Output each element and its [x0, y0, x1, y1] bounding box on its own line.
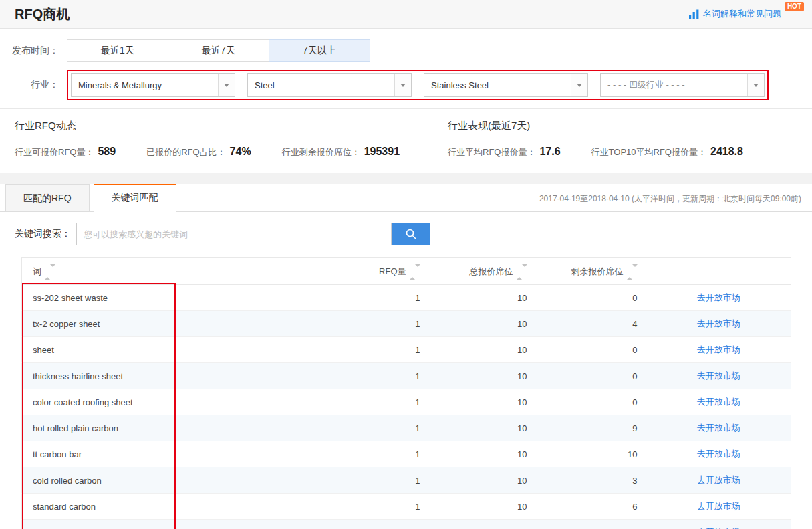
table-header-remaining-seats[interactable]: 剩余报价席位 — [537, 258, 647, 285]
table-header-keyword[interactable]: 词 — [22, 258, 303, 285]
go-to-open-market-link[interactable]: 去开放市场 — [697, 397, 740, 407]
remaining-seats-cell: 6 — [537, 494, 647, 520]
table-row: sheet 1 10 0 去开放市场 — [22, 337, 791, 363]
search-button[interactable] — [392, 223, 430, 245]
go-to-open-market-link[interactable]: 去开放市场 — [697, 501, 740, 511]
table-row: tt carbon bar 1 10 10 去开放市场 — [22, 441, 791, 467]
chevron-down-icon[interactable] — [747, 74, 764, 96]
go-to-open-market-link[interactable]: 去开放市场 — [697, 292, 740, 302]
keyword-cell: thickness hairline sheet — [22, 363, 303, 389]
header-label: 剩余报价席位 — [571, 266, 624, 276]
filter-panel: 发布时间： 最近1天 最近7天 7天以上 行业： Minerals & Meta… — [0, 29, 812, 108]
stat-label: 行业平均RFQ报价量： — [448, 146, 535, 158]
table-header-action — [647, 258, 791, 285]
remaining-seats-cell: 10 — [537, 441, 647, 467]
industry-select-level-3[interactable]: Stainless Steel — [424, 73, 588, 97]
stat-label: 行业剩余报价席位： — [282, 146, 360, 158]
industry-performance-panel: 行业表现(最近7天) 行业平均RFQ报价量： 17.6 行业TOP10平均RFQ… — [438, 120, 812, 158]
action-cell: 去开放市场 — [647, 285, 791, 311]
industry-filter-highlight-box: Minerals & Metallurgy Steel Stainless St… — [67, 70, 769, 100]
stat-value: 74% — [230, 146, 251, 158]
selected-option-label: Steel — [248, 80, 275, 90]
date-range-note: 2017-04-19至2018-04-10 (太平洋时间，更新周期：北京时间每天… — [539, 193, 801, 205]
industry-select-level-2[interactable]: Steel — [247, 73, 412, 97]
rfq-count-cell: 1 — [303, 415, 430, 441]
keyword-cell: tx-2 copper sheet — [22, 311, 303, 337]
sort-icon[interactable] — [45, 267, 55, 277]
caret-glyph — [224, 84, 229, 87]
table-row: color coated roofing sheet 1 10 0 去开放市场 — [22, 389, 791, 415]
total-seats-cell: 10 — [430, 441, 537, 467]
stat-item: 行业可报价RFQ量： 589 — [15, 146, 116, 158]
industry-select-level-1[interactable]: Minerals & Metallurgy — [71, 73, 235, 97]
caret-glyph — [400, 84, 406, 87]
rfq-count-cell: 1 — [303, 337, 430, 363]
action-cell: 去开放市场 — [647, 415, 791, 441]
total-seats-cell: 10 — [430, 389, 537, 415]
keyword-table: 词 RFQ量 总报价席位 剩余报价席位 ss-202 sheet w — [21, 257, 791, 529]
go-to-open-market-link[interactable]: 去开放市场 — [697, 371, 740, 381]
action-cell: 去开放市场 — [647, 441, 791, 467]
total-seats-cell: 10 — [430, 415, 537, 441]
stat-value: 195391 — [364, 146, 400, 158]
rfq-count-cell: 1 — [303, 285, 430, 311]
caret-glyph — [753, 84, 759, 87]
total-seats-cell: 10 — [430, 520, 537, 529]
chevron-down-icon[interactable] — [394, 74, 411, 96]
total-seats-cell: 10 — [430, 494, 537, 520]
search-icon — [404, 227, 418, 241]
table-header-rfq-count[interactable]: RFQ量 — [303, 258, 430, 285]
header-help-area: 名词解释和常见问题 — [689, 0, 781, 28]
sort-icon[interactable] — [627, 267, 638, 277]
sort-icon[interactable] — [517, 267, 527, 277]
tab-keyword-match[interactable]: 关键词匹配 — [94, 184, 176, 212]
industry-stats-panel: 行业RFQ动态 行业可报价RFQ量： 589 已报价的RFQ占比： 74% 行业… — [0, 108, 812, 173]
selected-option-label: - - - - 四级行业 - - - - — [601, 79, 685, 91]
remaining-seats-cell: 0 — [537, 363, 647, 389]
stat-value: 589 — [98, 146, 116, 158]
caret-glyph — [577, 84, 582, 87]
chevron-down-icon[interactable] — [218, 74, 235, 96]
top-panel: RFQ商机 名词解释和常见问题 HOT 发布时间： 最近1天 最近7天 7天以上… — [0, 0, 812, 173]
keyword-search-input[interactable] — [76, 223, 392, 245]
header-label: 总报价席位 — [470, 266, 513, 276]
table-header-total-seats[interactable]: 总报价席位 — [430, 258, 537, 285]
sort-icon[interactable] — [410, 267, 420, 277]
industry-filter-row: 行业： Minerals & Metallurgy Steel Stainles… — [0, 70, 812, 100]
stat-value: 2418.8 — [710, 146, 743, 158]
total-seats-cell: 10 — [430, 285, 537, 311]
keyword-cell: aero carbon triathlon handlebar eps — [22, 520, 303, 529]
selected-option-label: Minerals & Metallurgy — [72, 80, 162, 90]
time-filter-last-1-day[interactable]: 最近1天 — [67, 39, 168, 62]
table-row: cold rolled carbon 1 10 3 去开放市场 — [22, 467, 791, 494]
rfq-dynamics-panel: 行业RFQ动态 行业可报价RFQ量： 589 已报价的RFQ占比： 74% 行业… — [0, 120, 438, 158]
stat-item: 行业TOP10平均RFQ报价量： 2418.8 — [591, 146, 743, 158]
rfq-count-cell: 1 — [303, 389, 430, 415]
time-filter-last-7-days[interactable]: 最近7天 — [168, 39, 269, 62]
stat-value: 17.6 — [539, 146, 560, 158]
rfq-count-cell: 1 — [303, 311, 430, 337]
stat-item: 已报价的RFQ占比： 74% — [146, 146, 251, 158]
go-to-open-market-link[interactable]: 去开放市场 — [697, 344, 740, 354]
industry-select-level-4[interactable]: - - - - 四级行业 - - - - — [600, 73, 765, 97]
action-cell: 去开放市场 — [647, 494, 791, 520]
keyword-cell: ss-202 sheet waste — [22, 285, 303, 311]
bar-chart-icon — [689, 9, 699, 19]
stat-label: 行业TOP10平均RFQ报价量： — [591, 146, 706, 158]
glossary-faq-link[interactable]: 名词解释和常见问题 — [703, 8, 781, 20]
go-to-open-market-link[interactable]: 去开放市场 — [697, 423, 740, 433]
page-header: RFQ商机 名词解释和常见问题 HOT — [0, 0, 812, 29]
table-row: ss-202 sheet waste 1 10 0 去开放市场 — [22, 285, 791, 311]
go-to-open-market-link[interactable]: 去开放市场 — [697, 449, 740, 459]
remaining-seats-cell: 0 — [537, 337, 647, 363]
action-cell: 去开放市场 — [647, 311, 791, 337]
rfq-list-panel: 匹配的RFQ 关键词匹配 2017-04-19至2018-04-10 (太平洋时… — [0, 184, 812, 529]
keyword-search-label: 关键词搜索： — [15, 228, 71, 240]
go-to-open-market-link[interactable]: 去开放市场 — [697, 318, 740, 328]
time-filter-over-7-days[interactable]: 7天以上 — [269, 39, 370, 62]
go-to-open-market-link[interactable]: 去开放市场 — [697, 475, 740, 485]
chevron-down-icon[interactable] — [571, 74, 587, 96]
total-seats-cell: 10 — [430, 363, 537, 389]
tab-matched-rfq[interactable]: 匹配的RFQ — [5, 184, 90, 212]
hot-badge: HOT — [785, 2, 804, 11]
